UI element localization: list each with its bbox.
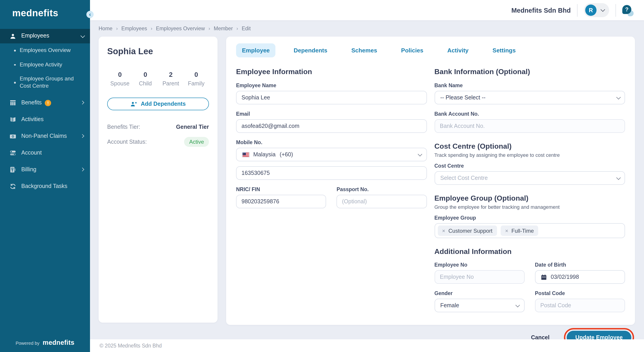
employee-edit-form-card: Employee Dependents Schemes Policies Act… (226, 37, 635, 325)
person-plus-icon (130, 101, 137, 107)
sidebar-item-employee-groups-cost-centre[interactable]: Employee Groups and Cost Centre (0, 72, 84, 93)
dob-datepicker[interactable]: 03/02/1998 (535, 270, 625, 284)
calendar-icon (541, 274, 547, 280)
sidebar-item-background-tasks[interactable]: Background Tasks (0, 179, 90, 194)
employee-group-heading: Employee Group (Optional) (434, 194, 625, 202)
bank-account-input[interactable] (434, 119, 625, 133)
tab-schemes[interactable]: Schemes (346, 43, 383, 57)
sidebar: mednefits Employees Employees Overview E… (0, 0, 90, 352)
employee-group-label: Employee Group (434, 215, 625, 221)
sidebar-item-billing[interactable]: $ Billing (0, 162, 90, 177)
chevron-right-icon (80, 101, 84, 105)
open-book-icon (9, 116, 16, 123)
sidebar-item-benefits[interactable]: Benefits! (0, 96, 90, 110)
employee-group-multiselect[interactable]: × Customer Support × Full-Time (434, 223, 625, 238)
employee-no-label: Employee No (434, 262, 524, 268)
help-button[interactable]: ? (622, 5, 633, 15)
passport-input[interactable] (337, 195, 427, 208)
tab-bar: Employee Dependents Schemes Policies Act… (236, 43, 625, 57)
invoice-dollar-icon: $ (9, 166, 16, 173)
employee-no-input[interactable] (434, 270, 524, 284)
breadcrumb-employees[interactable]: Employees (122, 26, 147, 31)
question-bubble-icon: ? (622, 5, 631, 14)
dob-label: Date of Birth (535, 262, 625, 268)
employee-profile-card: Sophia Lee 0 Spouse 0 Child 2 Parent (98, 37, 218, 323)
stat-child: 0 Child (133, 71, 158, 87)
gender-label: Gender (434, 291, 524, 296)
topbar: Mednefits Sdn Bhd R ? (90, 0, 644, 20)
app-window: mednefits Employees Employees Overview E… (0, 0, 644, 352)
malaysia-flag-icon (242, 152, 250, 157)
sidebar-item-non-panel-claims[interactable]: Non-Panel Claims (0, 129, 90, 143)
breadcrumb-home[interactable]: Home (98, 26, 112, 31)
main-area: Mednefits Sdn Bhd R ? Home › Employees ›… (90, 0, 644, 352)
columns-icon (9, 99, 16, 106)
tab-dependents[interactable]: Dependents (288, 43, 333, 57)
tab-policies[interactable]: Policies (395, 43, 429, 57)
additional-information-section: Additional Information Employee No Date … (434, 248, 625, 312)
tag-full-time: × Full-Time (501, 226, 538, 236)
email-input[interactable] (236, 119, 427, 133)
nric-input[interactable] (236, 195, 326, 208)
additional-information-heading: Additional Information (434, 248, 625, 256)
breadcrumb-member[interactable]: Member (214, 26, 233, 31)
remove-tag-icon[interactable]: × (442, 228, 445, 234)
country-code-select[interactable]: Malaysia (+60) (236, 148, 427, 161)
cost-centre-select[interactable]: Select Cost Centre (434, 171, 625, 185)
employee-name-input[interactable] (236, 91, 427, 104)
svg-text:$: $ (11, 169, 13, 172)
benefits-tier-value: General Tier (176, 124, 209, 130)
person-icon (9, 32, 16, 40)
gender-select[interactable]: Female (434, 299, 524, 312)
chevron-down-icon (516, 303, 520, 307)
sidebar-item-employees[interactable]: Employees (0, 29, 90, 43)
page-content: Home › Employees › Employees Overview › … (90, 20, 644, 352)
bullet-icon (14, 64, 16, 65)
chevron-down-icon (80, 33, 85, 38)
employee-information-heading: Employee Information (236, 68, 427, 76)
breadcrumb-edit[interactable]: Edit (242, 26, 251, 31)
chevron-down-icon (600, 7, 605, 12)
powered-by: Powered by mednefits (0, 339, 90, 346)
postal-code-input[interactable] (535, 299, 625, 312)
cost-centre-section: Cost Centre (Optional) Track spending by… (434, 142, 625, 185)
passport-label: Passport No. (337, 187, 427, 192)
employee-name-title: Sophia Lee (107, 46, 209, 56)
breadcrumb-separator: › (236, 26, 238, 31)
user-menu[interactable]: R (584, 3, 609, 17)
company-name: Mednefits Sdn Bhd (511, 6, 571, 14)
warning-badge-icon: ! (45, 100, 51, 106)
copyright-text: © 2025 Mednefits Sdn Bhd (100, 343, 162, 349)
sidebar-item-account[interactable]: Account (0, 146, 90, 160)
mobile-label: Mobile No. (236, 140, 427, 145)
divider (577, 4, 578, 16)
chevron-down-icon (616, 175, 620, 179)
sidebar-item-activities[interactable]: Activities (0, 112, 90, 127)
tab-employee[interactable]: Employee (236, 43, 276, 57)
bank-name-select[interactable]: -- Please Select -- (434, 91, 625, 104)
mobile-number-input[interactable] (236, 166, 427, 180)
tab-settings[interactable]: Settings (486, 43, 522, 57)
benefits-tier-row: Benefits Tier: General Tier (107, 124, 209, 130)
avatar: R (585, 4, 596, 16)
nric-label: NRIC/ FIN (236, 187, 326, 192)
breadcrumb-employees-overview[interactable]: Employees Overview (156, 26, 205, 31)
camera-icon (9, 133, 16, 140)
dependents-stats: 0 Spouse 0 Child 2 Parent 0 (107, 71, 209, 87)
sidebar-item-employee-activity[interactable]: Employee Activity (0, 58, 90, 72)
remove-tag-icon[interactable]: × (505, 228, 508, 234)
employee-information-section: Employee Information Employee Name Email (236, 68, 427, 312)
employee-group-subtitle: Group the employee for better tracking a… (434, 204, 625, 210)
tab-activity[interactable]: Activity (442, 43, 474, 57)
breadcrumb: Home › Employees › Employees Overview › … (98, 26, 635, 31)
sidebar-collapse-button[interactable]: ‹ (86, 11, 94, 18)
bank-name-label: Bank Name (434, 83, 625, 88)
add-dependents-button[interactable]: Add Dependents (107, 98, 209, 110)
sidebar-item-employees-overview[interactable]: Employees Overview (0, 43, 90, 58)
bank-information-section: Bank Information (Optional) Bank Name --… (434, 68, 625, 133)
bank-account-label: Bank Account No. (434, 111, 625, 117)
page-footer: © 2025 Mednefits Sdn Bhd (90, 339, 644, 352)
employee-name-label: Employee Name (236, 83, 427, 88)
status-badge: Active (184, 137, 209, 147)
bank-information-heading: Bank Information (Optional) (434, 68, 625, 76)
